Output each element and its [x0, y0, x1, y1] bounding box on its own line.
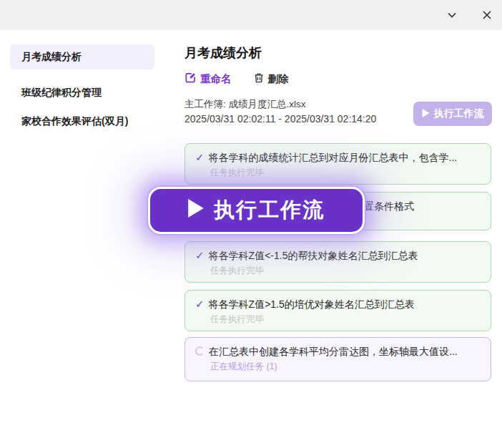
- task-card-1[interactable]: ✓ 将各学科的成绩统计汇总到对应月份汇总表中，包含学... 任务执行完毕: [184, 143, 491, 185]
- task-status: 任务执行完毕: [210, 265, 481, 277]
- play-icon: [188, 199, 204, 223]
- delete-button[interactable]: 删除: [253, 72, 289, 86]
- task-status: 正在规划任务 (1): [210, 361, 481, 373]
- close-icon: [481, 9, 493, 23]
- rename-label: 重命名: [200, 72, 232, 86]
- workflow-panel: 月考成绩分析 班级纪律积分管理 家校合作效果评估(双月) 月考成绩分析 重命名: [0, 0, 502, 448]
- sidebar-item-label: 班级纪律积分管理: [21, 87, 102, 99]
- run-workflow-overlay-button[interactable]: 执行工作流: [148, 187, 365, 234]
- task-label: 将各学科Z值>1.5的培优对象姓名汇总到汇总表: [209, 298, 415, 311]
- check-icon: ✓: [195, 298, 205, 311]
- chevron-down-icon: [446, 9, 458, 24]
- run-workflow-button[interactable]: 执行工作流: [413, 102, 492, 126]
- run-workflow-label: 执行工作流: [434, 107, 484, 120]
- check-icon: ✓: [195, 249, 205, 262]
- task-card-4[interactable]: ✓ 将各学科Z值>1.5的培优对象姓名汇总到汇总表 任务执行完毕: [184, 290, 491, 331]
- task-label: 将各学科Z值<-1.5的帮扶对象姓名汇总到汇总表: [209, 249, 418, 263]
- sidebar: 月考成绩分析 班级纪律积分管理 家校合作效果评估(双月): [0, 30, 172, 448]
- time-range-label: 2025/03/31 02:02:11 - 2025/03/31 02:14:2…: [184, 113, 376, 125]
- sidebar-item-label: 家校合作效果评估(双月): [21, 115, 128, 128]
- sidebar-item-monthly-score-analysis[interactable]: 月考成绩分析: [10, 44, 154, 69]
- task-card-5[interactable]: 在汇总表中创建各学科平均分雷达图，坐标轴最大值设... 正在规划任务 (1): [184, 337, 491, 381]
- rename-button[interactable]: 重命名: [184, 72, 232, 86]
- task-label: 置条件格式: [364, 200, 414, 213]
- sidebar-item-label: 月考成绩分析: [21, 51, 82, 64]
- main-content: 月考成绩分析 重命名 删除: [172, 30, 502, 448]
- main-workbook-label: 主工作簿: 成绩月度汇总.xlsx: [184, 98, 306, 111]
- titlebar: [0, 0, 502, 30]
- check-icon: ✓: [195, 151, 205, 164]
- sidebar-item-home-school-evaluation[interactable]: 家校合作效果评估(双月): [10, 109, 154, 134]
- task-label: 将各学科的成绩统计汇总到对应月份汇总表中，包含学...: [209, 151, 458, 165]
- spinner-icon: [195, 346, 205, 356]
- sidebar-item-class-discipline-points[interactable]: 班级纪律积分管理: [10, 80, 154, 105]
- close-button[interactable]: [478, 6, 496, 25]
- delete-label: 删除: [268, 72, 289, 86]
- task-status: 任务执行完毕: [210, 313, 481, 326]
- play-icon: [422, 108, 430, 120]
- action-bar: 重命名 删除: [184, 72, 289, 86]
- page-title: 月考成绩分析: [184, 44, 262, 62]
- task-status: 任务执行完毕: [210, 167, 481, 179]
- trash-icon: [253, 72, 265, 86]
- task-label: 在汇总表中创建各学科平均分雷达图，坐标轴最大值设...: [209, 345, 458, 359]
- edit-icon: [184, 72, 197, 86]
- collapse-button[interactable]: [443, 6, 461, 25]
- run-workflow-overlay-label: 执行工作流: [214, 196, 325, 225]
- task-card-3[interactable]: ✓ 将各学科Z值<-1.5的帮扶对象姓名汇总到汇总表 任务执行完毕: [184, 241, 491, 283]
